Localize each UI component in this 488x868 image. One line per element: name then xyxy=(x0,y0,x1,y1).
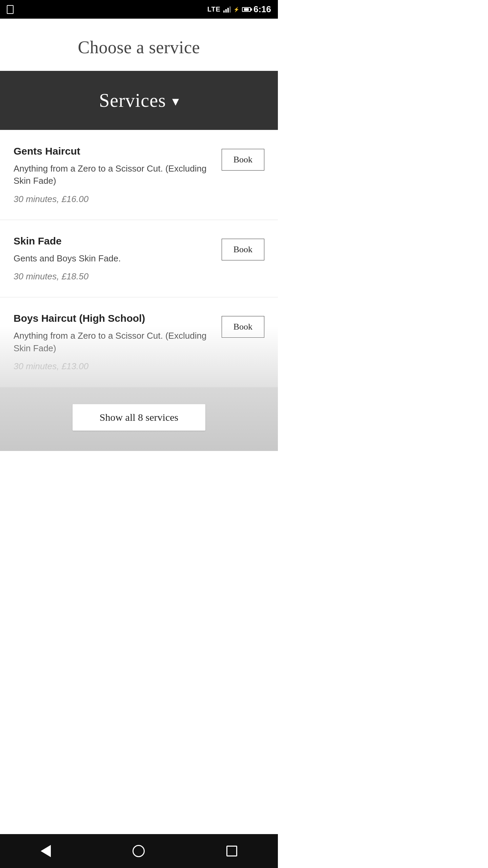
service-name-3: Boys Haircut (High School) xyxy=(14,313,211,324)
show-all-container: Show all 8 services xyxy=(0,387,278,451)
service-item-1: Gents Haircut Anything from a Zero to a … xyxy=(0,130,278,220)
battery-bolt-icon: ⚡ xyxy=(233,7,239,12)
book-button-1[interactable]: Book xyxy=(222,149,264,171)
service-meta-2: 30 minutes, £18.50 xyxy=(14,271,211,282)
book-button-2[interactable]: Book xyxy=(222,239,264,260)
bottom-spacer xyxy=(0,451,278,485)
sd-card-icon xyxy=(7,5,14,14)
service-description-1: Anything from a Zero to a Scissor Cut. (… xyxy=(14,162,211,187)
book-button-3[interactable]: Book xyxy=(222,316,264,338)
signal-bars-icon xyxy=(223,6,231,13)
show-all-button[interactable]: Show all 8 services xyxy=(73,404,205,431)
service-description-3: Anything from a Zero to a Scissor Cut. (… xyxy=(14,330,211,354)
service-info-3: Boys Haircut (High School) Anything from… xyxy=(14,313,222,372)
service-name-1: Gents Haircut xyxy=(14,145,211,157)
clock: 6:16 xyxy=(253,4,271,15)
status-bar-left xyxy=(7,5,14,14)
network-indicator: LTE xyxy=(207,5,221,13)
service-meta-1: 30 minutes, £16.00 xyxy=(14,194,211,204)
service-item-3: Boys Haircut (High School) Anything from… xyxy=(0,297,278,387)
battery-icon xyxy=(242,7,251,12)
services-banner-title: Services xyxy=(99,90,166,111)
service-name-2: Skin Fade xyxy=(14,235,211,247)
services-banner[interactable]: Services ▾ xyxy=(0,71,278,130)
status-bar-right: LTE ⚡ 6:16 xyxy=(207,4,271,15)
service-description-2: Gents and Boys Skin Fade. xyxy=(14,252,211,264)
service-info-2: Skin Fade Gents and Boys Skin Fade. 30 m… xyxy=(14,235,222,282)
service-meta-3: 30 minutes, £13.00 xyxy=(14,361,211,372)
service-item-2: Skin Fade Gents and Boys Skin Fade. 30 m… xyxy=(0,220,278,297)
page-title: Choose a service xyxy=(0,19,278,71)
chevron-down-icon: ▾ xyxy=(172,93,179,109)
status-bar: LTE ⚡ 6:16 xyxy=(0,0,278,19)
services-list: Gents Haircut Anything from a Zero to a … xyxy=(0,130,278,387)
service-info-1: Gents Haircut Anything from a Zero to a … xyxy=(14,145,222,204)
